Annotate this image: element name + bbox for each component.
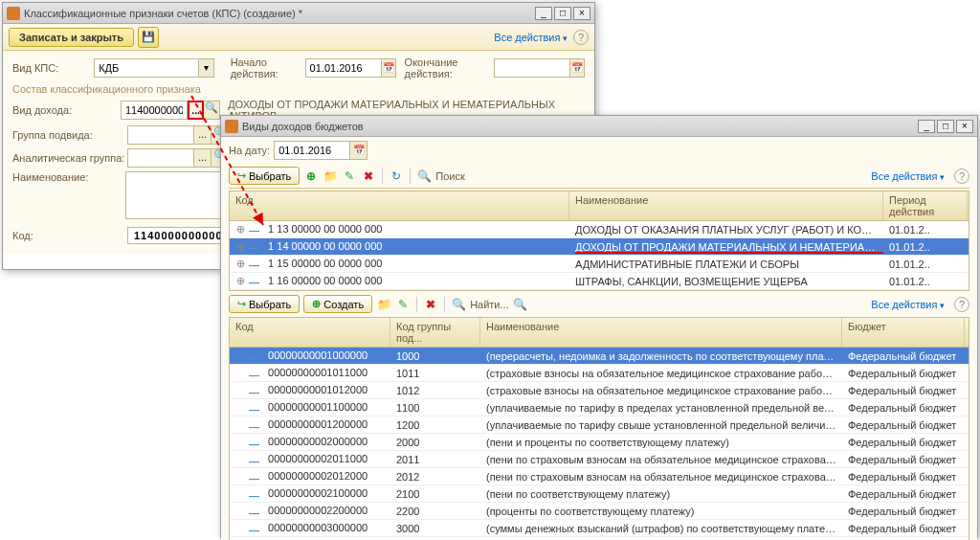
minimize-button[interactable]: _ [535,7,552,20]
table-row[interactable]: — 000000000010120001012(страховые взносы… [230,382,969,399]
table-row[interactable]: ⊕ — 1 15 00000 00 0000 000АДМИНИСТРАТИВН… [230,256,969,273]
all-actions-link[interactable]: Все действия [494,32,568,43]
win2-titlebar: Виды доходов бюджетов _ □ × [221,116,977,137]
analytic-group-label: Аналитическая группа: [12,152,127,164]
col-name[interactable]: Наименование [480,318,842,347]
app-icon [7,7,20,20]
analytic-group-input[interactable] [127,148,194,168]
table-row[interactable]: ⊕ — 1 16 00000 00 0000 000ШТРАФЫ, САНКЦИ… [230,273,969,290]
search-icon[interactable]: 🔍 [451,297,466,312]
subtype-group-label: Группа подвида: [12,129,127,141]
end-date-label: Окончание действия: [405,56,494,79]
grid2-header: Код Код группы под... Наименование Бюдже… [230,318,969,348]
income-types-grid: Код Наименование Период действия ⊕ — 1 1… [229,191,969,291]
on-date-picker[interactable]: 📅 [350,141,368,160]
income-type-label: Вид дохода: [12,104,121,116]
on-date-label: На дату: [229,145,270,156]
select-button-2[interactable]: ↪Выбрать [229,295,300,313]
col-group[interactable]: Код группы под... [390,318,480,347]
table-row[interactable]: — 000000000010110001011(страховые взносы… [230,365,969,382]
subtype-group-lookup[interactable]: ... [194,125,212,145]
income-type-input[interactable] [121,101,188,120]
add-folder-icon[interactable]: 📁 [323,169,338,184]
section-title: Состав классификационного признака [12,83,585,95]
edit-icon[interactable]: ✎ [342,169,357,184]
grid2-toolbar: ↪Выбрать ⊕Создать 📁 ✎ ✖ 🔍 Найти... 🔍 Все… [229,291,969,317]
minimize-button[interactable]: _ [918,120,935,133]
all-actions-link[interactable]: Все действия [871,170,945,182]
win2-body: На дату: 📅 ↪Выбрать ⊕ 📁 ✎ ✖ ↻ 🔍 Поиск Вс… [221,137,977,540]
subtype-group-input[interactable] [127,125,194,145]
table-row[interactable]: — 000000000020120002012(пени по страховы… [230,468,969,485]
start-date-label: Начало действия: [231,56,305,79]
table-row[interactable]: − — 000000000010000001000(перерасчеты, н… [230,348,969,365]
table-row[interactable]: — 000000000012000001200(уплачиваемые по … [230,416,969,434]
refresh-icon[interactable]: ↻ [389,169,404,184]
win2-title: Виды доходов бюджетов [242,121,916,132]
search-icon[interactable]: 🔍 [416,169,432,184]
subtype-grid: Код Код группы под... Наименование Бюдже… [229,317,969,540]
table-row[interactable]: — 000000000020000002000(пени и проценты … [230,434,969,451]
grid1-toolbar: ↪Выбрать ⊕ 📁 ✎ ✖ ↻ 🔍 Поиск Все действия … [229,164,969,189]
col-code[interactable]: Код [230,191,569,220]
income-type-lookup[interactable]: ... [188,101,204,120]
col-code[interactable]: Код [230,318,390,347]
table-row[interactable]: — 000000000021000002100(пени по соответс… [230,485,969,503]
on-date-input[interactable] [274,141,350,160]
kps-type-label: Вид КПС: [12,62,94,74]
help-icon[interactable]: ? [573,30,589,45]
win1-titlebar: Классификационные признаки счетов (КПС) … [3,3,594,24]
help-icon[interactable]: ? [954,297,969,312]
code-label: Код: [12,230,127,241]
grid1-header: Код Наименование Период действия [230,191,969,221]
search-label[interactable]: Поиск [435,170,464,182]
kps-type-input[interactable] [94,58,199,78]
col-period[interactable]: Период действия [883,191,968,220]
start-date-picker[interactable]: 📅 [382,58,396,78]
find-label[interactable]: Найти... [470,299,509,310]
end-date-picker[interactable]: 📅 [570,58,585,78]
create-button[interactable]: ⊕Создать [303,295,372,313]
win1-title: Классификационные признаки счетов (КПС) … [24,8,533,19]
close-button[interactable]: × [573,7,590,20]
maximize-button[interactable]: □ [937,120,954,133]
app-icon [225,120,238,133]
save-close-button[interactable]: Записать и закрыть [9,28,134,47]
close-button[interactable]: × [956,120,973,133]
help-icon[interactable]: ? [954,169,969,184]
save-icon-button[interactable]: 💾 [138,27,159,48]
add-icon[interactable]: ⊕ [303,169,319,184]
col-budget[interactable]: Бюджет [842,318,965,347]
table-row[interactable]: — 000000000022000002200(проценты по соот… [230,503,969,520]
edit-icon[interactable]: ✎ [395,297,411,312]
delete-icon[interactable]: ✖ [423,297,438,312]
delete-icon[interactable]: ✖ [361,169,376,184]
table-row[interactable]: — 000000000011000001100(уплачиваемые по … [230,399,969,416]
start-date-input[interactable] [305,58,382,78]
end-date-input[interactable] [494,58,570,78]
all-actions-link[interactable]: Все действия [871,299,945,310]
table-row[interactable]: ⊕ — 1 13 00000 00 0000 000ДОХОДЫ ОТ ОКАЗ… [230,221,969,238]
maximize-button[interactable]: □ [554,7,571,20]
col-name[interactable]: Наименование [569,191,883,220]
income-types-window: Виды доходов бюджетов _ □ × На дату: 📅 ↪… [220,115,978,538]
select-button[interactable]: ↪Выбрать [229,167,300,185]
add-folder-icon[interactable]: 📁 [376,297,391,312]
clear-search-icon[interactable]: 🔍 [513,297,528,312]
table-row[interactable]: — 000000000020110002011(пени по страховы… [230,451,969,468]
table-row[interactable]: ⊕ — 1 14 00000 00 0000 000ДОХОДЫ ОТ ПРОД… [230,238,969,256]
analytic-group-lookup[interactable]: ... [194,148,212,168]
table-row[interactable]: — 000000000030000003000(суммы денежных в… [230,520,969,537]
name-label: Наименование: [12,171,125,183]
kps-type-dropdown[interactable]: ▾ [199,58,213,78]
win1-toolbar: Записать и закрыть 💾 Все действия ? [3,24,594,51]
income-type-search-icon[interactable]: 🔍 [204,101,220,120]
